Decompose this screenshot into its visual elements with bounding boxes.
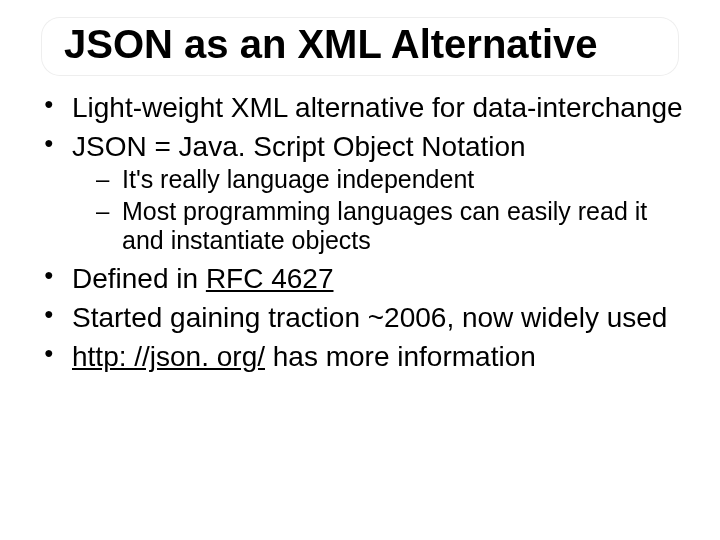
bullet-text-pre: Defined in xyxy=(72,263,206,294)
slide-title: JSON as an XML Alternative xyxy=(64,22,656,67)
bullet-lightweight: Light-weight XML alternative for data-in… xyxy=(32,91,688,124)
title-container: JSON as an XML Alternative xyxy=(42,18,678,75)
bullet-rfc: Defined in RFC 4627 xyxy=(32,262,688,295)
slide: JSON as an XML Alternative Light-weight … xyxy=(0,0,720,540)
bullet-text: JSON = Java. Script Object Notation xyxy=(72,131,526,162)
bullet-text-post: has more information xyxy=(265,341,536,372)
bullet-traction: Started gaining traction ~2006, now wide… xyxy=(32,301,688,334)
json-org-link[interactable]: http: //json. org/ xyxy=(72,341,265,372)
slide-body: Light-weight XML alternative for data-in… xyxy=(24,81,696,373)
bullet-json-expansion: JSON = Java. Script Object Notation xyxy=(32,130,688,163)
bullet-text: Most programming languages can easily re… xyxy=(122,197,647,255)
sub-bullet-languages: Most programming languages can easily re… xyxy=(32,197,688,256)
bullet-url: http: //json. org/ has more information xyxy=(32,340,688,373)
bullet-text: Started gaining traction ~2006, now wide… xyxy=(72,302,667,333)
rfc-link[interactable]: RFC 4627 xyxy=(206,263,334,294)
sub-bullet-independent: It's really language independent xyxy=(32,165,688,195)
bullet-text: Light-weight XML alternative for data-in… xyxy=(72,92,683,123)
bullet-text: It's really language independent xyxy=(122,165,474,193)
